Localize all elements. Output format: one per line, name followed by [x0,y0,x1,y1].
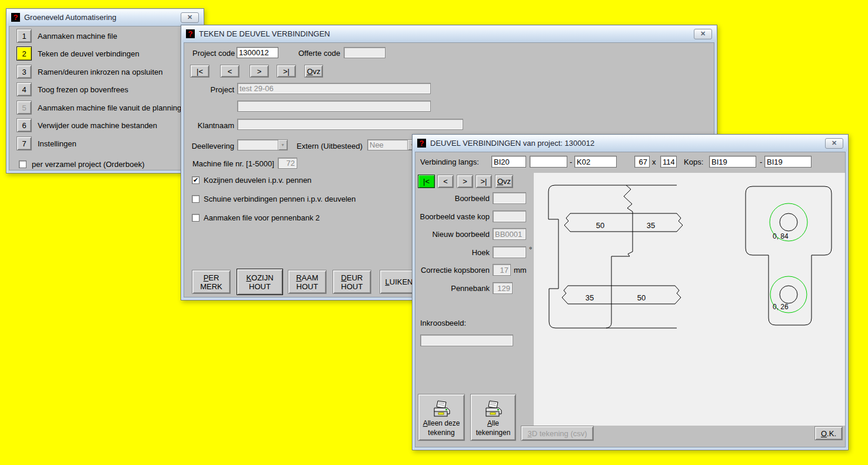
kops-input-2[interactable] [764,156,812,168]
menu-button-6[interactable]: 6 [16,118,32,132]
deellevering-dropdown[interactable]: ▼ [237,139,288,150]
button-line2: MERK [200,282,222,291]
verbinding-langs-input-1[interactable] [491,156,526,168]
menu-row: 5 Aanmaken machine file vanuit de planni… [16,101,181,115]
verbinding-langs-input-2[interactable] [530,156,567,168]
inkroosbeeld-label: Inkroosbeeld: [420,319,466,327]
orderboek-checkbox[interactable] [19,160,26,168]
klantnaam-input[interactable] [237,119,463,130]
nav-next-button[interactable]: > [250,65,269,78]
hoek-input[interactable] [493,246,526,258]
nieuw-boorbeeld-input[interactable] [493,228,526,240]
print-alleen-deze-tekening-button[interactable]: Alleen deze tekening [418,394,465,441]
menu-button-4[interactable]: 4 [16,82,32,96]
menu-row: 3 Ramen/deuren inkrozen na opsluiten [16,65,162,79]
kozijn-hout-button[interactable]: KOZIJN HOUT [237,269,283,295]
nav-prev-button[interactable]: < [437,175,454,188]
close-button[interactable]: ✕ [825,138,843,149]
nav-next-button[interactable]: > [457,175,473,188]
project-code-input[interactable] [237,47,278,58]
deur-hout-button[interactable]: DEUR HOUT [332,270,371,294]
dimension-height-input[interactable] [660,156,677,168]
printer-icon [483,400,503,418]
menu-item-label: Aanmaken machine file [38,32,117,41]
dimension-separator: x [652,158,656,166]
close-icon: ✕ [187,14,192,21]
button-line1: LUIKEN [385,277,413,286]
dim-label: 50 [596,221,604,230]
menu-row: 4 Toog frezen op bovenfrees [16,82,128,96]
menu-row: 1 Aanmaken machine file [16,29,117,43]
button-line2: HOUT [249,282,271,291]
button-line2: tekening [428,429,454,437]
pennebank-input[interactable] [493,282,513,294]
window-content: Verbinding langs: - x Kops: - |< < > >| … [415,152,846,447]
menu-button-1[interactable]: 1 [16,29,32,43]
kozijnen-deuvelen-label: Kozijnen deuvelen i.p.v. pennen [204,176,311,185]
nav-first-button[interactable]: |< [190,65,209,78]
button-line2: tekeningen [476,429,511,437]
menu-item-label: Toog frezen op bovenfrees [38,85,128,94]
nav-prev-button[interactable]: < [220,65,240,78]
titlebar[interactable]: ? TEKEN DE DEUVEL VERBINDINGEN ✕ [182,26,716,42]
deellevering-value [238,140,278,150]
ovz-label: O [307,67,312,76]
window-content: 1 Aanmaken machine file 2 Teken de deuve… [9,26,201,170]
klantnaam-label: Klantnaam [184,121,234,130]
button-label: 3D tekening (csv) [527,429,587,438]
nav-last-button[interactable]: >| [475,175,492,188]
nav-last-button[interactable]: >| [277,65,296,78]
button-label: O.K. [821,429,836,438]
close-button[interactable]: ✕ [181,12,199,23]
per-merk-button[interactable]: PER MERK [192,270,231,294]
ovz-label-rest: vz [503,177,511,186]
window-title: TEKEN DE DEUVEL VERBINDINGEN [199,29,330,38]
extern-dropdown[interactable]: Nee ▼ [367,139,417,150]
kops-input-1[interactable] [709,156,756,168]
boorbeeld-input[interactable] [493,192,526,204]
ok-button[interactable]: O.K. [814,426,843,440]
button-line1: RAAM [296,273,318,282]
desktop: { "colors": { "desktop": "#ffff00", "tit… [0,0,868,465]
boorbeeld-vaste-kop-label: Boorbeeld vaste kop [415,212,490,221]
menu-button-3[interactable]: 3 [16,65,32,79]
extern-label: Extern (Uitbesteed) [297,142,363,150]
kozijnen-deuvelen-checkbox[interactable]: ✔ [192,176,199,184]
menu-item-label: Aanmaken machine file vanuit de planning [38,103,181,112]
3d-tekening-csv-button[interactable]: 3D tekening (csv) [521,426,594,441]
titlebar[interactable]: ? Groeneveld Automatisering ✕ [7,9,203,25]
offerte-code-input[interactable] [344,47,385,58]
inkroosbeeld-input[interactable] [420,334,513,346]
titlebar[interactable]: ? DEUVEL VERBINDINGEN van project: 13000… [413,135,847,151]
dimension-width-input[interactable] [634,156,650,168]
menu-button-2-selected[interactable]: 2 [16,46,32,61]
button-line1: Alleen deze [423,419,460,427]
project-name-input[interactable] [237,83,431,94]
dropdown-arrow-icon[interactable]: ▼ [278,140,287,150]
schuine-verbindingen-checkbox[interactable] [192,195,199,203]
dowel-joint-drawing: 50 35 35 50 0, 84 0, 26 [534,173,846,426]
window-title: Groeneveld Automatisering [24,13,117,22]
raam-hout-button[interactable]: RAAM HOUT [288,270,327,294]
pennenbank2-checkbox[interactable] [192,214,199,222]
boorbeeld-vaste-kop-input[interactable] [493,210,526,222]
window-groeneveld-automatisering: ? Groeneveld Automatisering ✕ 1 Aanmaken… [6,8,204,173]
button-line2: HOUT [297,282,318,291]
correctie-kopsboren-input[interactable] [493,264,511,276]
machine-file-input[interactable] [278,158,297,169]
hole-label: 0, 84 [773,232,789,240]
print-alle-tekeningen-button[interactable]: Alle tekeningen [470,394,516,441]
app-help-icon: ? [186,29,195,38]
mm-unit: mm [514,266,527,275]
ovz-button[interactable]: Ovz [495,175,513,188]
menu-button-7[interactable]: 7 [16,136,32,150]
menu-button-5-disabled[interactable]: 5 [16,101,32,115]
close-button[interactable]: ✕ [694,29,712,39]
project-name-input-2[interactable] [237,101,431,112]
dowel-hole-2-inner [780,286,797,303]
bottom-rail-right-break [675,286,681,304]
ovz-button[interactable]: Ovz [304,65,323,78]
nav-first-button-focused[interactable]: |< [418,175,435,188]
extern-value: Nee [368,140,407,150]
verbinding-langs-input-3[interactable] [574,156,617,168]
